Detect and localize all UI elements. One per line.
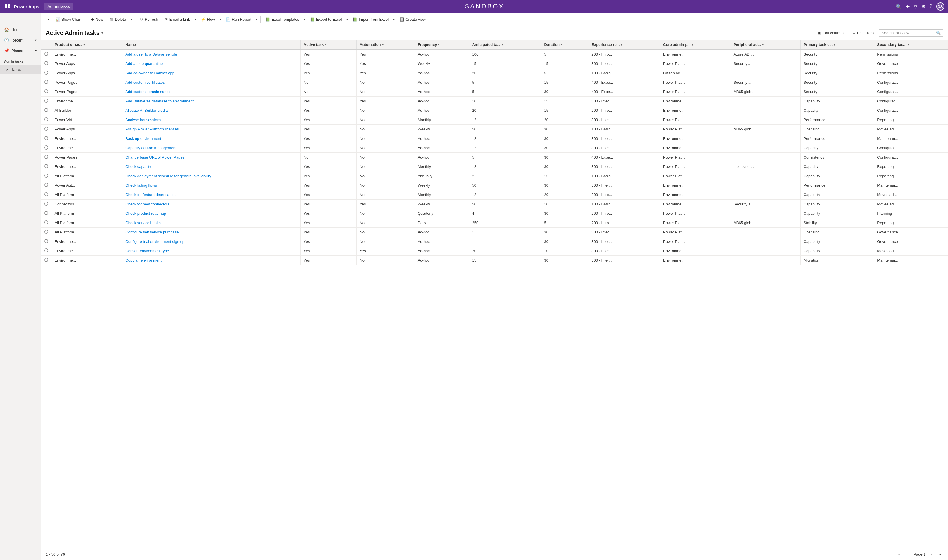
cell-name[interactable]: Check product roadmap bbox=[122, 209, 301, 218]
first-page-button[interactable]: « bbox=[896, 551, 903, 558]
cell-name[interactable]: Analyse bot sessions bbox=[122, 115, 301, 125]
col-name[interactable]: Name ↑ bbox=[122, 40, 301, 49]
row-radio-button[interactable] bbox=[44, 230, 48, 234]
col-peripheral[interactable]: Peripheral ad... ▾ bbox=[731, 40, 800, 49]
col-automation[interactable]: Automation ▾ bbox=[357, 40, 415, 49]
add-icon[interactable]: ✚ bbox=[906, 4, 909, 9]
col-experience[interactable]: Experience re... ▾ bbox=[589, 40, 660, 49]
sidebar-item-recent[interactable]: 🕐 Recent ▾ bbox=[0, 35, 41, 45]
row-radio-button[interactable] bbox=[44, 80, 48, 84]
row-name-link[interactable]: Check failing flows bbox=[125, 183, 157, 188]
row-name-link[interactable]: Check for feature deprecations bbox=[125, 192, 177, 197]
cell-name[interactable]: Add custom domain name bbox=[122, 87, 301, 97]
report-caret[interactable]: ▾ bbox=[255, 16, 259, 23]
row-name-link[interactable]: Convert environment type bbox=[125, 249, 169, 253]
run-report-button[interactable]: 📄 Run Report bbox=[223, 15, 254, 23]
app-grid-icon[interactable] bbox=[3, 2, 12, 11]
cell-name[interactable]: Add co-owner to Canvas app bbox=[122, 68, 301, 78]
col-active-task[interactable]: Active task ▾ bbox=[301, 40, 356, 49]
cell-name[interactable]: Check deployment schedule for general av… bbox=[122, 171, 301, 181]
row-name-link[interactable]: Check capacity bbox=[125, 165, 151, 169]
row-radio-button[interactable] bbox=[44, 202, 48, 206]
cell-name[interactable]: Check for new connectors bbox=[122, 200, 301, 209]
row-name-link[interactable]: Analyse bot sessions bbox=[125, 118, 161, 122]
back-button[interactable]: ‹ bbox=[46, 15, 52, 23]
export-excel-button[interactable]: 📗 Export to Excel bbox=[307, 15, 345, 23]
cell-name[interactable]: Assign Power Platform licenses bbox=[122, 125, 301, 134]
col-primary-task[interactable]: Primary task c... ▾ bbox=[800, 40, 874, 49]
row-radio-button[interactable] bbox=[44, 248, 48, 252]
col-frequency[interactable]: Frequency ▾ bbox=[415, 40, 469, 49]
cell-name[interactable]: Check for feature deprecations bbox=[122, 190, 301, 200]
excel-templates-caret[interactable]: ▾ bbox=[303, 16, 307, 23]
row-radio-button[interactable] bbox=[44, 108, 48, 112]
row-name-link[interactable]: Check product roadmap bbox=[125, 211, 166, 215]
cell-name[interactable]: Change base URL of Power Pages bbox=[122, 153, 301, 162]
row-name-link[interactable]: Configure trial environment sign up bbox=[125, 239, 185, 244]
hamburger-menu[interactable]: ☰ bbox=[0, 14, 41, 24]
cell-name[interactable]: Check capacity bbox=[122, 162, 301, 171]
row-radio-button[interactable] bbox=[44, 89, 48, 93]
search-icon[interactable]: 🔍 bbox=[896, 4, 902, 9]
show-chart-button[interactable]: 📊 Show Chart bbox=[52, 15, 84, 23]
last-page-button[interactable]: » bbox=[936, 551, 943, 558]
sidebar-item-tasks[interactable]: ✓ Tasks bbox=[0, 65, 41, 74]
prev-page-button[interactable]: ‹ bbox=[905, 551, 911, 558]
cell-name[interactable]: Add a user to a Dataverse role bbox=[122, 49, 301, 59]
row-name-link[interactable]: Add custom certificates bbox=[125, 80, 165, 85]
view-title-caret[interactable]: ▾ bbox=[101, 31, 103, 35]
sidebar-item-pinned[interactable]: 📌 Pinned ▾ bbox=[0, 45, 41, 56]
row-radio-button[interactable] bbox=[44, 164, 48, 168]
row-radio-button[interactable] bbox=[44, 145, 48, 149]
settings-icon[interactable]: ⚙ bbox=[921, 4, 925, 9]
cell-name[interactable]: Add Dataverse database to environment bbox=[122, 97, 301, 106]
import-excel-caret[interactable]: ▾ bbox=[392, 16, 396, 23]
edit-columns-button[interactable]: ⊞ Edit columns bbox=[815, 29, 847, 37]
cell-name[interactable]: Back up environment bbox=[122, 134, 301, 143]
row-radio-button[interactable] bbox=[44, 258, 48, 262]
row-name-link[interactable]: Assign Power Platform licenses bbox=[125, 127, 179, 131]
row-radio-button[interactable] bbox=[44, 127, 48, 131]
cell-name[interactable]: Check service health bbox=[122, 218, 301, 228]
cell-name[interactable]: Capacity add-on management bbox=[122, 143, 301, 153]
search-input[interactable] bbox=[882, 31, 934, 35]
col-core-admin[interactable]: Core admin p... ▾ bbox=[660, 40, 731, 49]
filter-icon[interactable]: ▽ bbox=[914, 4, 917, 9]
col-duration[interactable]: Duration ▾ bbox=[541, 40, 589, 49]
cell-name[interactable]: Copy an environment bbox=[122, 256, 301, 265]
cell-name[interactable]: Allocate AI Builder credits bbox=[122, 106, 301, 115]
avatar[interactable]: SA bbox=[936, 2, 945, 11]
row-name-link[interactable]: Check deployment schedule for general av… bbox=[125, 174, 211, 178]
row-radio-button[interactable] bbox=[44, 117, 48, 122]
col-secondary-task[interactable]: Secondary tas... ▾ bbox=[874, 40, 948, 49]
col-anticipated[interactable]: Anticipated ta... ▾ bbox=[469, 40, 541, 49]
row-name-link[interactable]: Add a user to a Dataverse role bbox=[125, 52, 177, 57]
row-name-link[interactable]: Check service health bbox=[125, 221, 161, 225]
cell-name[interactable]: Check failing flows bbox=[122, 181, 301, 190]
cell-name[interactable]: Configure trial environment sign up bbox=[122, 237, 301, 246]
cell-name[interactable]: Add custom certificates bbox=[122, 78, 301, 87]
export-excel-caret[interactable]: ▾ bbox=[345, 16, 349, 23]
row-name-link[interactable]: Change base URL of Power Pages bbox=[125, 155, 185, 160]
row-name-link[interactable]: Configure self service purchase bbox=[125, 230, 179, 234]
row-name-link[interactable]: Back up environment bbox=[125, 136, 161, 141]
row-name-link[interactable]: Capacity add-on management bbox=[125, 146, 176, 150]
row-name-link[interactable]: Copy an environment bbox=[125, 258, 162, 262]
cell-name[interactable]: Configure self service purchase bbox=[122, 228, 301, 237]
row-radio-button[interactable] bbox=[44, 155, 48, 159]
row-radio-button[interactable] bbox=[44, 183, 48, 187]
help-icon[interactable]: ? bbox=[930, 4, 932, 9]
row-radio-button[interactable] bbox=[44, 61, 48, 65]
flow-caret[interactable]: ▾ bbox=[219, 16, 222, 23]
cell-name[interactable]: Convert environment type bbox=[122, 246, 301, 256]
row-radio-button[interactable] bbox=[44, 71, 48, 75]
row-name-link[interactable]: Check for new connectors bbox=[125, 202, 169, 206]
col-product[interactable]: Product or se... ▾ bbox=[51, 40, 122, 49]
import-excel-button[interactable]: 📗 Import from Excel bbox=[350, 15, 392, 23]
row-radio-button[interactable] bbox=[44, 174, 48, 178]
row-name-link[interactable]: Add co-owner to Canvas app bbox=[125, 71, 174, 75]
email-link-button[interactable]: ✉ Email a Link bbox=[162, 15, 193, 23]
search-icon[interactable]: 🔍 bbox=[936, 31, 941, 35]
email-caret[interactable]: ▾ bbox=[194, 16, 197, 23]
row-radio-button[interactable] bbox=[44, 136, 48, 140]
